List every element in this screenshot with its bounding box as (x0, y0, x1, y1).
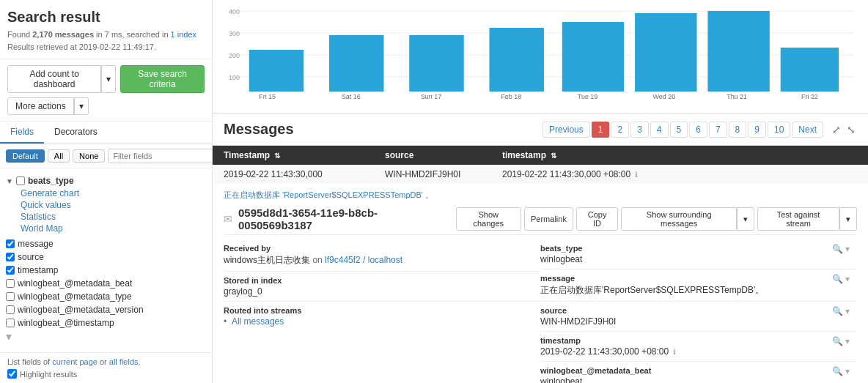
meta-index-link[interactable]: 1 index (171, 30, 196, 39)
timestamp2-sort-icon[interactable]: ⇅ (551, 152, 556, 160)
filter-default-btn[interactable]: Default (6, 149, 45, 163)
world-map-link[interactable]: World Map (21, 223, 206, 234)
pagination-page-9[interactable]: 9 (748, 122, 766, 138)
pagination-previous[interactable]: Previous (542, 122, 590, 138)
received-by-label: Received by (224, 244, 402, 253)
add-count-dropdown[interactable]: ▾ (101, 65, 116, 93)
test-against-dropdown[interactable]: ▾ (839, 207, 857, 231)
field-item-winlogbeat-timestamp[interactable]: winlogbeat_@timestamp (0, 316, 212, 330)
expand-icon-1[interactable]: ⤢ (831, 122, 842, 137)
pagination-page-6[interactable]: 6 (689, 122, 707, 138)
winlogbeat-type-checkbox[interactable] (6, 292, 15, 301)
copy-id-button[interactable]: Copy ID (576, 207, 618, 231)
ts-value-text: 2019-02-22 11:43:30,000 +08:00 (502, 169, 630, 179)
footer-list-prefix: List fields of (7, 357, 52, 366)
winlogbeat-beat-checkbox[interactable] (6, 279, 15, 288)
winlogbeat-version-checkbox[interactable] (6, 305, 15, 314)
source-search-icon[interactable]: 🔍 ▾ (832, 306, 850, 316)
field-filter-row: Default All None (0, 144, 212, 168)
svg-text:Thu 21: Thu 21 (727, 93, 747, 100)
add-count-group: Add count to dashboard ▾ (7, 65, 116, 93)
messages-table-header: Timestamp ⇅ source timestamp ⇅ (213, 146, 868, 165)
received-by-block: Received by windows主机日志收集 on lf9c445f2 /… (224, 241, 540, 269)
message-timestamp: 2019-02-22 11:43:30,000 (224, 169, 385, 179)
show-changes-button[interactable]: Show changes (456, 207, 521, 231)
field-item-winlogbeat-type[interactable]: winlogbeat_@metadata_type (0, 290, 212, 303)
pagination-page-7[interactable]: 7 (709, 122, 727, 138)
field-item-source[interactable]: source (0, 250, 212, 264)
save-search-button[interactable]: Save search criteria (120, 65, 205, 93)
show-surrounding-group: Show surrounding messages ▾ (621, 207, 754, 231)
add-count-button[interactable]: Add count to dashboard (7, 65, 101, 93)
highlight-checkbox[interactable] (7, 369, 17, 379)
received-by-link[interactable]: lf9c445f2 / localhost (325, 255, 402, 265)
message-field-value: 正在启动数据库'ReportServer$SQLEXPRESSTempDB'。 (540, 284, 764, 297)
beats-type-header[interactable]: ▼ beats_type (6, 174, 206, 187)
field-list: ▼ beats_type Generate chart Quick values… (0, 168, 212, 352)
footer-current-page-link[interactable]: current page (52, 357, 98, 366)
filter-all-btn[interactable]: All (48, 149, 70, 163)
timestamp-search-icon[interactable]: 🔍 ▾ (832, 336, 850, 346)
routed-link[interactable]: All messages (232, 316, 284, 327)
chart-area: 400 300 200 100 (213, 0, 868, 114)
message-id-text: 0595d8d1-3654-11e9-b8cb-0050569b3187 (238, 207, 450, 231)
sidebar-actions: Add count to dashboard ▾ Save search cri… (0, 59, 212, 122)
message-checkbox[interactable] (6, 239, 15, 248)
field-item-message[interactable]: message (0, 237, 212, 250)
svg-text:Fri 15: Fri 15 (259, 93, 276, 100)
chinese-text-link[interactable]: 正在启动数据库 'ReportServer$SQLEXPRESSTempDB' … (224, 190, 433, 199)
pagination-page-4[interactable]: 4 (650, 122, 669, 138)
message-row: 2019-02-22 11:43:30,000 WIN-HMD2IFJ9H0I … (213, 165, 868, 383)
timestamp-col-label: Timestamp (224, 150, 270, 160)
generate-chart-link[interactable]: Generate chart (21, 187, 206, 199)
test-against-button[interactable]: Test against stream (757, 207, 839, 231)
expand-icon-2[interactable]: ⤡ (845, 122, 857, 137)
timestamp-info-icon[interactable]: ℹ (673, 348, 676, 356)
field-item-timestamp[interactable]: timestamp (0, 264, 212, 277)
more-actions-group: More actions ▾ (7, 97, 205, 115)
svg-rect-10 (409, 35, 463, 92)
more-actions-dropdown[interactable]: ▾ (74, 97, 89, 115)
field-item-winlogbeat-version[interactable]: winlogbeat_@metadata_version (0, 303, 212, 316)
beats-type-checkbox[interactable] (16, 176, 25, 185)
filter-fields-input[interactable] (108, 149, 213, 163)
filter-none-btn[interactable]: None (73, 149, 105, 163)
pagination-page-5[interactable]: 5 (670, 122, 688, 138)
quick-values-link[interactable]: Quick values (21, 199, 206, 211)
pagination-page-1[interactable]: 1 (592, 122, 610, 138)
pagination: Previous 1 2 3 4 5 6 7 8 9 10 Next (542, 122, 823, 138)
pagination-page-8[interactable]: 8 (729, 122, 747, 138)
stored-in-value: graylog_0 (224, 286, 533, 297)
pagination-page-2[interactable]: 2 (611, 122, 629, 138)
pagination-next[interactable]: Next (792, 122, 823, 138)
permalink-button[interactable]: Permalink (524, 207, 573, 231)
tab-decorators[interactable]: Decorators (44, 122, 108, 144)
source-field-value: WIN-HMD2IFJ9H0I (540, 316, 616, 327)
timestamp-sort-icon[interactable]: ⇅ (274, 152, 280, 160)
pagination-page-10[interactable]: 10 (768, 122, 790, 138)
received-by-value: windows主机日志收集 on lf9c445f2 / localhost (224, 254, 402, 267)
svg-text:200: 200 (229, 52, 240, 59)
statistics-link[interactable]: Statistics (21, 211, 206, 223)
pagination-page-3[interactable]: 3 (630, 122, 649, 138)
timestamp-field-text: 2019-02-22 11:43:30,000 +08:00 (540, 346, 669, 357)
scroll-down-icon[interactable]: ▾ (6, 330, 12, 343)
winlogbeat-beat-search-icon[interactable]: 🔍 ▾ (832, 366, 850, 376)
source-checkbox[interactable] (6, 253, 15, 261)
more-actions-button[interactable]: More actions (7, 97, 74, 115)
winlogbeat-timestamp-checkbox[interactable] (6, 319, 15, 327)
message-search-icon[interactable]: 🔍 ▾ (832, 274, 850, 284)
ts-info-icon[interactable]: ℹ (635, 171, 638, 179)
show-surrounding-button[interactable]: Show surrounding messages (621, 207, 737, 231)
message-field-block: message 正在启动数据库'ReportServer$SQLEXPRESST… (540, 271, 857, 300)
field-item-winlogbeat-beat[interactable]: winlogbeat_@metadata_beat (0, 277, 212, 290)
timestamp-checkbox[interactable] (6, 266, 15, 275)
svg-text:Fri 22: Fri 22 (801, 93, 818, 100)
tab-fields[interactable]: Fields (0, 122, 44, 144)
footer-all-fields-link[interactable]: all fields (109, 357, 139, 366)
show-surrounding-dropdown[interactable]: ▾ (737, 207, 754, 231)
field-source-label: source (18, 252, 44, 262)
beats-type-block: beats_type winlogbeat 🔍 ▾ (540, 241, 857, 267)
field-timestamp-label: timestamp (18, 265, 58, 275)
beats-type-search-icon[interactable]: 🔍 ▾ (832, 244, 850, 254)
